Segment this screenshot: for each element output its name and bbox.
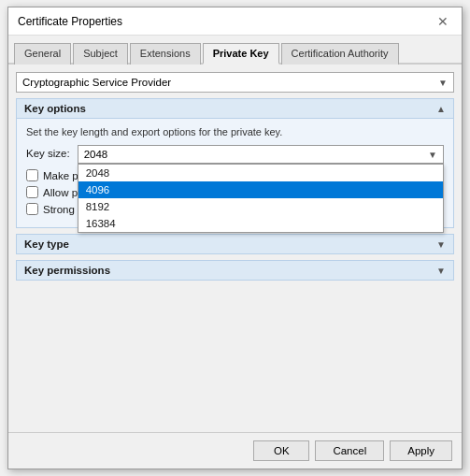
key-options-description: Set the key length and export options fo… [26,126,444,137]
key-options-section: Key options ▲ Set the key length and exp… [16,98,454,228]
allow-private-key-label: Allow p [43,187,78,198]
key-permissions-header-label: Key permissions [24,265,110,276]
make-private-key-label: Make p [43,170,78,181]
key-type-header-label: Key type [24,238,69,250]
key-size-option-16384[interactable]: 16384 [78,215,443,232]
cancel-button[interactable]: Cancel [315,440,384,461]
key-size-dropdown-menu: 2048 4096 8192 16384 [78,164,444,233]
key-permissions-chevron: ▼ [436,266,446,276]
tab-bar: General Subject Extensions Private Key C… [8,36,462,65]
dialog-footer: OK Cancel Apply [8,432,462,469]
key-size-row: Key size: 2048 ▼ 2048 4096 8192 16384 [26,145,444,164]
apply-button[interactable]: Apply [390,440,452,461]
key-size-label: Key size: [26,145,70,159]
tab-extensions[interactable]: Extensions [130,43,201,65]
tab-certification-authority[interactable]: Certification Authority [281,43,399,65]
allow-private-key-checkbox[interactable] [26,186,38,198]
strong-private-key-checkbox[interactable] [26,203,38,215]
key-size-option-8192[interactable]: 8192 [78,198,443,215]
key-type-chevron: ▼ [436,239,446,250]
ok-button[interactable]: OK [253,440,309,461]
key-size-dropdown-container: 2048 ▼ 2048 4096 8192 16384 [78,145,444,164]
csp-dropdown[interactable]: Cryptographic Service Provider ▼ [16,72,454,93]
key-permissions-section: Key permissions ▼ [16,260,454,281]
tab-subject[interactable]: Subject [73,43,128,65]
key-options-chevron: ▲ [436,104,446,114]
csp-dropdown-arrow: ▼ [438,78,448,88]
key-size-option-4096[interactable]: 4096 [78,181,443,198]
tab-private-key[interactable]: Private Key [203,43,279,65]
tab-general[interactable]: General [14,43,71,65]
dialog-title: Certificate Properties [18,15,122,28]
csp-section: Cryptographic Service Provider ▼ [16,72,454,93]
key-options-header[interactable]: Key options ▲ [16,98,454,119]
key-size-option-2048[interactable]: 2048 [78,165,443,181]
title-bar: Certificate Properties ✕ [8,7,462,36]
key-options-body: Set the key length and export options fo… [16,119,454,228]
key-size-dropdown-arrow: ▼ [428,150,437,160]
key-options-header-label: Key options [24,103,86,114]
key-permissions-header[interactable]: Key permissions ▼ [16,260,454,281]
certificate-properties-dialog: Certificate Properties ✕ General Subject… [7,7,463,469]
key-type-header[interactable]: Key type ▼ [16,234,454,254]
key-size-selected-value: 2048 [84,149,108,160]
tab-content: Cryptographic Service Provider ▼ Key opt… [8,65,462,432]
make-private-key-checkbox[interactable] [26,169,38,181]
key-type-section: Key type ▼ [16,234,454,254]
close-button[interactable]: ✕ [434,12,452,31]
csp-dropdown-label: Cryptographic Service Provider [22,77,171,88]
key-size-dropdown[interactable]: 2048 ▼ [78,145,444,164]
